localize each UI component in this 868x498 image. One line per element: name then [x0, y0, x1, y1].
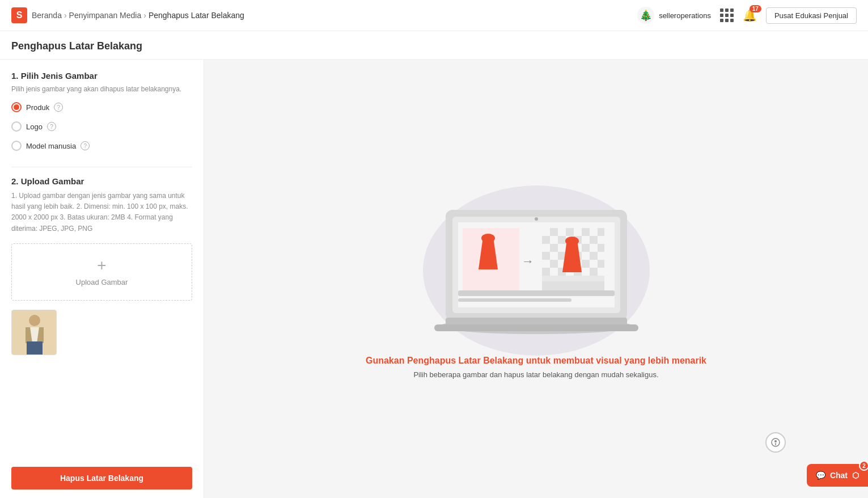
chat-icon: 💬: [816, 471, 825, 480]
user-avatar: 🎄: [637, 7, 654, 24]
scroll-circle[interactable]: [765, 432, 786, 453]
svg-rect-66: [434, 324, 638, 331]
upload-label: Upload Gambar: [76, 278, 128, 286]
user-info: 🎄 selleroperations: [637, 7, 711, 24]
username: selleroperations: [659, 11, 711, 20]
breadcrumb: Beranda › Penyimpanan Media › Penghapus …: [32, 11, 244, 20]
model-help-icon[interactable]: ?: [81, 141, 90, 150]
svg-rect-18: [582, 228, 590, 236]
edu-button[interactable]: Pusat Edukasi Penjual: [766, 7, 857, 24]
chat-label: Chat: [830, 471, 848, 480]
action-bar: Hapus Latar Belakang: [11, 458, 192, 489]
svg-rect-58: [582, 268, 590, 276]
svg-point-67: [535, 217, 538, 221]
svg-rect-27: [590, 236, 598, 244]
svg-rect-19: [590, 228, 598, 236]
shopee-logo: S: [11, 7, 27, 23]
breadcrumb-home[interactable]: Beranda: [32, 11, 62, 20]
svg-point-10: [481, 234, 495, 243]
svg-rect-50: [582, 260, 590, 268]
svg-rect-54: [550, 268, 558, 276]
thumbnail-1[interactable]: [11, 310, 57, 355]
svg-rect-51: [590, 260, 598, 268]
radio-model-circle[interactable]: [11, 141, 22, 151]
laptop-illustration: →: [429, 182, 644, 340]
page-title: Penghapus Latar Belakang: [0, 31, 868, 60]
svg-rect-31: [558, 244, 566, 252]
svg-rect-59: [590, 268, 598, 276]
expand-icon: ⬡: [852, 471, 859, 480]
thumbnail-row: [11, 310, 192, 355]
svg-point-69: [774, 440, 777, 442]
step2-title: 2. Upload Gambar: [11, 176, 192, 186]
step1-desc: Pilih jenis gambar yang akan dihapus lat…: [11, 85, 192, 93]
image-type-radio-group: Produk ? Logo ? Model manusia ?: [11, 102, 192, 151]
svg-rect-60: [598, 268, 604, 276]
svg-rect-15: [558, 228, 566, 236]
svg-rect-28: [598, 236, 604, 244]
svg-rect-21: [542, 236, 550, 244]
breadcrumb-sep2: ›: [143, 11, 146, 20]
upload-box[interactable]: + Upload Gambar: [11, 243, 192, 301]
radio-logo-circle[interactable]: [11, 121, 22, 132]
main-container: 1. Pilih Jenis Gambar Pilih jenis gambar…: [0, 60, 868, 498]
svg-rect-63: [458, 290, 615, 296]
breadcrumb-media[interactable]: Penyimpanan Media: [69, 11, 142, 20]
svg-rect-22: [550, 236, 558, 244]
chat-badge: 2: [859, 461, 868, 471]
radio-logo-label: Logo: [26, 123, 43, 131]
upload-instructions: 1. Upload gambar dengan jenis gambar yan…: [11, 191, 192, 234]
svg-rect-46: [550, 260, 558, 268]
step1-title: 1. Pilih Jenis Gambar: [11, 71, 192, 81]
svg-rect-38: [550, 252, 558, 260]
svg-rect-4: [27, 341, 43, 355]
svg-rect-17: [574, 228, 582, 236]
radio-produk-label: Produk: [26, 103, 49, 112]
svg-rect-42: [582, 252, 590, 260]
svg-point-62: [565, 237, 579, 246]
svg-rect-64: [458, 298, 571, 302]
thumbnail-1-img: [12, 310, 57, 355]
svg-rect-61: [542, 276, 604, 281]
notification-wrapper[interactable]: 🔔 17: [743, 9, 757, 22]
svg-rect-37: [542, 252, 550, 260]
svg-rect-44: [598, 252, 604, 260]
section-divider: [11, 167, 192, 167]
svg-rect-14: [550, 228, 558, 236]
svg-rect-26: [582, 236, 590, 244]
right-panel: →: [204, 60, 868, 498]
promo-title: Gunakan Penghapus Latar Belakang untuk m…: [366, 356, 706, 366]
radio-model[interactable]: Model manusia ?: [11, 141, 192, 151]
scroll-icon: [771, 438, 780, 447]
svg-rect-52: [598, 260, 604, 268]
svg-rect-36: [598, 244, 604, 252]
svg-rect-23: [558, 236, 566, 244]
breadcrumb-sep1: ›: [64, 11, 67, 20]
svg-rect-65: [446, 318, 627, 326]
radio-produk-circle[interactable]: [11, 102, 22, 112]
left-panel: 1. Pilih Jenis Gambar Pilih jenis gambar…: [0, 60, 204, 498]
header-right: 🎄 selleroperations 🔔 17 Pusat Edukasi Pe…: [637, 7, 857, 24]
logo-help-icon[interactable]: ?: [47, 122, 56, 131]
grid-icon[interactable]: [720, 9, 734, 22]
chat-button[interactable]: 💬 Chat ⬡ 2: [807, 464, 868, 487]
radio-logo[interactable]: Logo ?: [11, 121, 192, 132]
remove-bg-button[interactable]: Hapus Latar Belakang: [11, 467, 192, 489]
produk-help-icon[interactable]: ?: [54, 103, 63, 112]
svg-text:→: →: [522, 254, 534, 268]
radio-produk[interactable]: Produk ?: [11, 102, 192, 112]
breadcrumb-current: Penghapus Latar Belakang: [149, 11, 244, 20]
svg-rect-29: [542, 244, 550, 252]
promo-desc: Pilih beberapa gambar dan hapus latar be…: [413, 370, 658, 379]
radio-model-label: Model manusia: [26, 142, 76, 150]
svg-rect-20: [598, 228, 604, 236]
notification-badge: 17: [750, 5, 761, 12]
svg-rect-45: [542, 260, 550, 268]
upload-plus-icon: +: [97, 258, 106, 273]
svg-rect-34: [582, 244, 590, 252]
svg-rect-35: [590, 244, 598, 252]
svg-rect-53: [542, 268, 550, 276]
svg-rect-16: [566, 228, 574, 236]
header: S Beranda › Penyimpanan Media › Penghapu…: [0, 0, 868, 31]
svg-rect-30: [550, 244, 558, 252]
